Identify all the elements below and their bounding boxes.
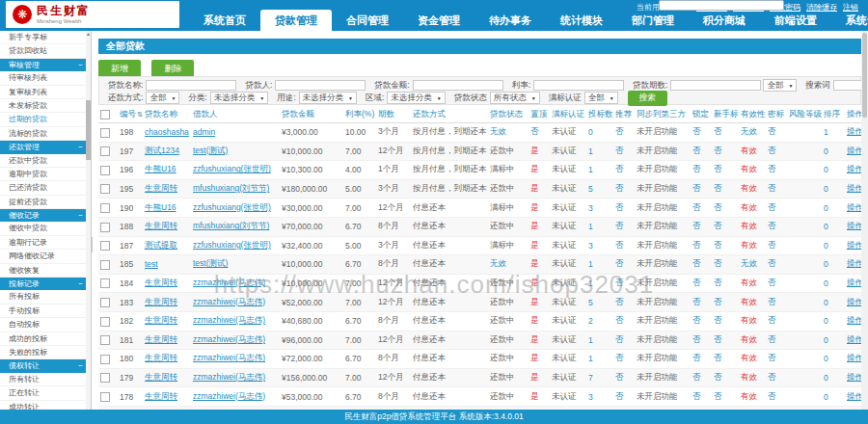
cell-贷款名称[interactable]: chaoshasha (143, 123, 191, 143)
collapse-icon[interactable]: − (78, 59, 83, 71)
cell-操作[interactable]: 操作 (845, 350, 861, 369)
sidebar-item[interactable]: 未发标贷款 (0, 99, 91, 113)
cell-贷款名称[interactable]: test (143, 255, 191, 275)
sidebar-item[interactable]: 逾期中贷款 (0, 168, 91, 181)
row-checkbox[interactable] (100, 203, 110, 213)
column-header-19[interactable]: 操作 (845, 107, 861, 123)
row-checkbox[interactable] (100, 146, 110, 156)
sidebar-scrollbar[interactable]: ▲ (86, 31, 91, 410)
period-unit-select[interactable]: 全部▼ (763, 79, 797, 92)
cell-操作[interactable]: 操作 (845, 368, 861, 387)
sidebar-section-1[interactable]: 还款管理− (0, 141, 91, 153)
page-scroll-thumb[interactable] (862, 33, 867, 118)
cell-借款人[interactable]: zzmazhiwei(马志伟) (191, 368, 280, 387)
nav-tab-1[interactable]: 贷款管理 (260, 10, 332, 31)
sidebar-item[interactable]: 还款中贷款 (0, 154, 91, 168)
page-scrollbar[interactable] (861, 31, 868, 410)
sidebar-item[interactable]: 催收恢复 (0, 264, 91, 278)
cell-贷款名称[interactable]: 生意周转 (143, 274, 191, 293)
column-header-17[interactable]: 风险等级 (787, 107, 822, 123)
column-header-14[interactable]: 新手标 (712, 107, 739, 123)
column-header-8[interactable]: 置顶 (529, 107, 550, 123)
cell-借款人[interactable]: zzmazhiwei(马志伟) (191, 331, 280, 350)
cell-借款人[interactable]: zzmazhiwei(马志伟) (191, 311, 280, 331)
cell-操作[interactable]: 操作 (845, 236, 861, 255)
loan-name-input[interactable] (146, 80, 236, 91)
sidebar-item[interactable]: 贷款回收站 (0, 44, 91, 58)
row-checkbox[interactable] (100, 298, 110, 307)
cell-借款人[interactable]: zzmazhiwei(马志伟) (191, 274, 280, 293)
cell-操作[interactable]: 操作 (845, 123, 861, 143)
search-button[interactable]: 搜索 (628, 91, 667, 106)
sidebar-item[interactable]: 流标的贷款 (0, 127, 91, 141)
scroll-up-icon[interactable]: ▲ (86, 31, 91, 37)
cell-借款人[interactable]: zzfushuxiang(张世明) (191, 236, 280, 255)
row-checkbox[interactable] (100, 184, 110, 194)
sidebar-item[interactable]: 逾期行记录 (0, 236, 91, 250)
cell-贷款名称[interactable]: 牛熊U16 (143, 199, 191, 218)
collapse-icon[interactable]: − (78, 141, 83, 153)
column-header-7[interactable]: 贷款状态 (488, 107, 529, 123)
sidebar-item[interactable]: 复审核列表 (0, 86, 91, 99)
row-checkbox[interactable] (100, 317, 110, 327)
repay-method-select[interactable]: 全部▼ (146, 92, 179, 104)
sidebar-item[interactable]: 提前还贷款 (0, 196, 91, 209)
collapse-icon[interactable]: − (78, 359, 83, 372)
sidebar-scroll-thumb[interactable] (86, 100, 91, 160)
column-header-10[interactable]: 投标数 (586, 107, 613, 123)
cell-贷款名称[interactable]: 牛熊U16 (143, 161, 191, 180)
cell-操作[interactable]: 操作 (845, 293, 861, 312)
sidebar-item[interactable]: 失败的投标 (0, 346, 91, 359)
sidebar-item[interactable]: 正在转让 (0, 386, 91, 400)
full-verify-select[interactable]: 全部▼ (584, 92, 618, 104)
column-header-11[interactable]: 推荐 (613, 107, 635, 123)
sidebar-item[interactable]: 手动投标 (0, 305, 91, 318)
nav-tab-0[interactable]: 系统首页 (189, 10, 260, 31)
cell-操作[interactable]: 操作 (845, 331, 861, 350)
row-checkbox[interactable] (100, 166, 110, 175)
loan-amount-input[interactable] (413, 80, 503, 91)
nav-tab-6[interactable]: 部门管理 (617, 10, 689, 31)
column-header-4[interactable]: 利率(%) (343, 107, 376, 123)
cell-贷款名称[interactable]: 测试1234 (143, 142, 191, 161)
nav-tab-2[interactable]: 合同管理 (332, 10, 403, 31)
loan-periods-input[interactable] (670, 80, 761, 91)
sidebar-item[interactable]: 待审核列表 (0, 71, 91, 85)
interest-rate-input[interactable] (533, 80, 624, 91)
column-header-16[interactable]: 密标 (766, 107, 787, 123)
cell-操作[interactable]: 操作 (845, 142, 861, 161)
cell-操作[interactable]: 操作 (845, 199, 861, 218)
column-header-12[interactable]: 同步到第三方 (635, 107, 691, 123)
sidebar-item[interactable]: 过期的贷款 (0, 113, 91, 126)
column-header-0[interactable]: 编号⇅ (118, 107, 143, 123)
sidebar-item[interactable]: 成功的投标 (0, 332, 91, 346)
cell-贷款名称[interactable]: 生意周转 (143, 217, 191, 236)
cell-操作[interactable]: 操作 (845, 179, 861, 199)
loan-status-select[interactable]: 所有状态▼ (490, 92, 540, 104)
sidebar-item[interactable]: 所有转让 (0, 373, 91, 386)
cell-操作[interactable]: 操作 (845, 274, 861, 293)
column-header-15[interactable]: 有效性 (739, 107, 766, 123)
sidebar-item[interactable]: 自动投标 (0, 318, 91, 331)
category-select[interactable]: 未选择分类▼ (210, 92, 268, 104)
cell-贷款名称[interactable]: 生意周转 (143, 293, 191, 312)
cell-贷款名称[interactable]: 生意周转 (143, 179, 191, 199)
row-checkbox[interactable] (100, 223, 110, 232)
cell-贷款名称[interactable]: 生意周转 (143, 387, 191, 407)
cell-借款人[interactable]: zzfushuxiang(张世明) (191, 161, 280, 180)
column-header-6[interactable]: 还款方式 (411, 107, 488, 123)
sidebar-section-4[interactable]: 债权转让− (0, 359, 91, 372)
cell-借款人[interactable]: test(测试) (191, 255, 280, 275)
row-checkbox[interactable] (100, 278, 110, 288)
sidebar-item[interactable]: 已还清贷款 (0, 181, 91, 195)
cell-贷款名称[interactable]: 测试提取 (143, 236, 191, 255)
cell-借款人[interactable]: zzmazhiwei(马志伟) (191, 387, 280, 407)
sidebar-item[interactable]: 成功转让 (0, 401, 91, 410)
row-checkbox[interactable] (100, 241, 110, 251)
sidebar-item[interactable]: 催收中贷款 (0, 222, 91, 235)
row-checkbox[interactable] (100, 335, 110, 345)
sidebar-item[interactable]: 新手专享标 (0, 31, 91, 44)
purpose-select[interactable]: 未选择分类▼ (299, 92, 357, 104)
cell-贷款名称[interactable]: 生意周转 (143, 368, 191, 387)
cell-操作[interactable]: 操作 (845, 161, 861, 180)
